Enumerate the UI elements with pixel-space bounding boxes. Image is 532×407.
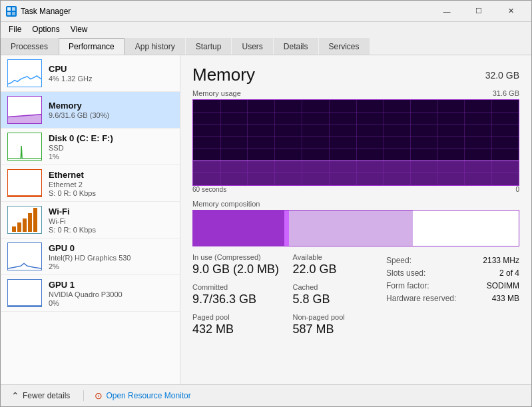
disk-sub1: SSD (49, 144, 173, 152)
main-panel: Memory 32.0 GB Memory usage 31.6 GB (180, 55, 531, 384)
gpu1-info: GPU 1 NVIDIA Quadro P3000 0% (49, 280, 173, 307)
open-monitor-label: Open Resource Monitor (106, 391, 190, 400)
form-label: Form factor: (386, 281, 429, 290)
memory-fill-line (193, 161, 519, 161)
chart-time-labels: 60 seconds 0 (192, 186, 519, 193)
sidebar-item-memory[interactable]: Memory 9.6/31.6 GB (30%) (1, 92, 180, 129)
tab-processes[interactable]: Processes (1, 38, 58, 55)
form-row: Form factor: SODIMM (386, 281, 519, 290)
memory-usage-section: Memory usage 31.6 GB (192, 89, 519, 193)
window-title: Task Manager (21, 7, 431, 16)
wifi-sparkline-icon (7, 206, 42, 234)
open-resource-monitor-link[interactable]: ⊙ Open Resource Monitor (95, 390, 190, 401)
sidebar-item-disk[interactable]: Disk 0 (C: E: F:) SSD 1% (1, 129, 180, 165)
eth-sparkline-icon (7, 169, 42, 197)
tab-services[interactable]: Services (319, 38, 370, 55)
cpu-sub: 4% 1.32 GHz (49, 75, 173, 83)
task-manager-window: Task Manager — ☐ ✕ File Options View Pro… (0, 0, 532, 407)
paged-pool-label: Paged pool (192, 313, 280, 321)
sidebar-item-wifi[interactable]: Wi-Fi Wi-Fi S: 0 R: 0 Kbps (1, 202, 180, 238)
cached-label: Cached (293, 283, 380, 291)
comp-standby (289, 210, 413, 246)
footer-divider (83, 390, 84, 401)
memory-usage-chart (192, 99, 519, 186)
window-controls: — ☐ ✕ (431, 2, 526, 21)
tab-users[interactable]: Users (232, 38, 272, 55)
non-paged-pool-value: 587 MB (293, 322, 380, 336)
wifi-sub1: Wi-Fi (49, 217, 173, 225)
ethernet-info: Ethernet Ethernet 2 S: 0 R: 0 Kbps (49, 170, 173, 197)
cached-value: 5.8 GB (293, 292, 380, 306)
gpu1-sparkline-icon (7, 279, 42, 307)
minimize-button[interactable]: — (431, 2, 462, 21)
sidebar: CPU 4% 1.32 GHz Memory 9.6/31.6 GB (30%) (1, 55, 180, 384)
comp-modified (284, 210, 289, 246)
sidebar-item-cpu[interactable]: CPU 4% 1.32 GHz (1, 55, 180, 92)
content-area: CPU 4% 1.32 GHz Memory 9.6/31.6 GB (30%) (1, 55, 531, 384)
tab-app-history[interactable]: App history (125, 38, 185, 55)
sidebar-item-gpu0[interactable]: GPU 0 Intel(R) HD Graphics 530 2% (1, 238, 180, 275)
stat-paged-pool: Paged pool 432 MB (192, 313, 280, 336)
in-use-label: In use (Compressed) (192, 253, 280, 261)
chevron-up-icon: ⌃ (11, 390, 19, 401)
cpu-info: CPU 4% 1.32 GHz (49, 64, 173, 83)
footer: ⌃ Fewer details ⊙ Open Resource Monitor (1, 384, 531, 406)
paged-pool-value: 432 MB (192, 322, 280, 336)
memory-composition-section: Memory composition (192, 200, 519, 246)
chart-label-right: 31.6 GB (493, 89, 519, 97)
gpu0-sub1: Intel(R) HD Graphics 530 (49, 254, 173, 262)
time-label-right: 0 (515, 186, 519, 193)
monitor-icon: ⊙ (95, 390, 103, 401)
gpu1-name: GPU 1 (49, 280, 173, 290)
mem-sparkline-icon (7, 96, 42, 124)
slots-value: 2 of 4 (499, 268, 519, 278)
time-label-left: 60 seconds (192, 186, 226, 193)
gpu0-sparkline-icon (7, 242, 42, 270)
stat-non-paged-pool: Non-paged pool 587 MB (293, 313, 380, 336)
title-bar: Task Manager — ☐ ✕ (1, 1, 531, 22)
comp-label: Memory composition (192, 200, 519, 208)
stat-cached: Cached 5.8 GB (293, 283, 380, 306)
disk-info: Disk 0 (C: E: F:) SSD 1% (49, 133, 173, 161)
stat-in-use: In use (Compressed) 9.0 GB (2.0 MB) (192, 253, 280, 276)
tab-details[interactable]: Details (274, 38, 318, 55)
comp-in-use (193, 210, 284, 246)
svg-rect-3 (12, 12, 15, 15)
fewer-details-label: Fewer details (23, 391, 70, 400)
non-paged-pool-label: Non-paged pool (293, 313, 380, 321)
hw-reserved-row: Hardware reserved: 433 MB (386, 294, 519, 303)
close-button[interactable]: ✕ (495, 2, 526, 21)
tab-performance[interactable]: Performance (59, 38, 125, 55)
cpu-sparkline-icon (7, 59, 42, 87)
memory-name: Memory (49, 101, 173, 111)
panel-title: Memory (192, 65, 255, 85)
memory-fill-area (193, 161, 519, 185)
menu-file[interactable]: File (3, 23, 27, 35)
form-value: SODIMM (487, 281, 519, 290)
sidebar-item-ethernet[interactable]: Ethernet Ethernet 2 S: 0 R: 0 Kbps (1, 165, 180, 202)
committed-value: 9.7/36.3 GB (192, 292, 280, 306)
stat-committed: Committed 9.7/36.3 GB (192, 283, 280, 306)
tabs-bar: Processes Performance App history Startu… (1, 37, 531, 55)
chart-label-left: Memory usage (192, 89, 241, 97)
available-label: Available (293, 253, 380, 261)
slots-row: Slots used: 2 of 4 (386, 268, 519, 278)
svg-rect-1 (12, 7, 15, 11)
maximize-button[interactable]: ☐ (463, 2, 494, 21)
comp-free (413, 210, 519, 246)
gpu1-sub2: 0% (49, 299, 173, 307)
disk-sparkline-icon (7, 133, 42, 161)
wifi-name: Wi-Fi (49, 206, 173, 216)
menu-options[interactable]: Options (27, 23, 65, 35)
gpu0-sub2: 2% (49, 262, 173, 270)
composition-chart (192, 210, 519, 246)
app-icon (6, 6, 17, 17)
menu-view[interactable]: View (65, 23, 93, 35)
fewer-details-button[interactable]: ⌃ Fewer details (9, 389, 73, 402)
sidebar-item-gpu1[interactable]: GPU 1 NVIDIA Quadro P3000 0% (1, 275, 180, 312)
svg-rect-0 (7, 7, 11, 11)
memory-sub: 9.6/31.6 GB (30%) (49, 111, 173, 119)
hw-reserved-value: 433 MB (492, 294, 519, 303)
tab-startup[interactable]: Startup (186, 38, 232, 55)
speed-value: 2133 MHz (483, 256, 519, 265)
